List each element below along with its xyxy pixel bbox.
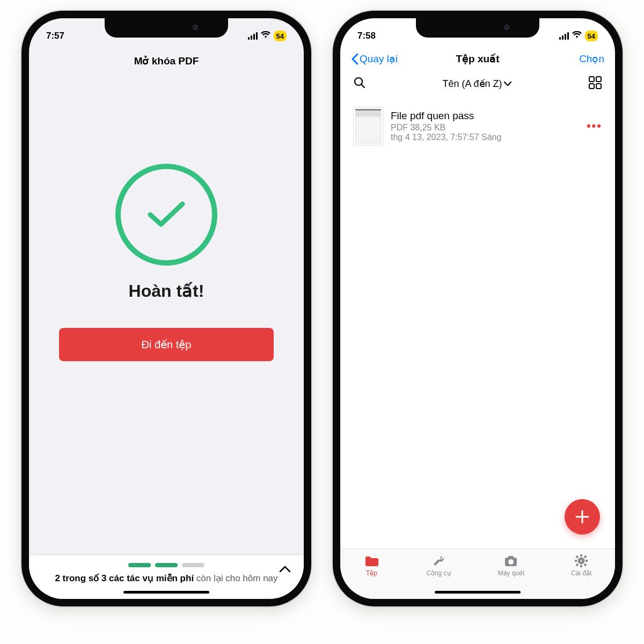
plus-icon [574, 509, 590, 525]
quota-pills [40, 563, 293, 567]
camera-icon [503, 553, 519, 568]
status-time: 7:58 [357, 31, 376, 41]
svg-line-15 [584, 564, 586, 566]
add-fab-button[interactable] [565, 499, 600, 535]
file-name: File pdf quen pass [391, 110, 579, 122]
navbar: Quay lại Tệp xuất Chọn [340, 47, 615, 68]
svg-point-9 [579, 559, 583, 563]
svg-line-17 [576, 564, 578, 566]
file-date: thg 4 13, 2023, 7:57:57 Sáng [391, 133, 579, 142]
chevron-down-icon [503, 81, 512, 86]
svg-line-14 [576, 556, 578, 558]
screen-export-files: 7:58 54 Quay lại Tệp xuất Chọn Tên (A [340, 18, 615, 599]
svg-rect-5 [596, 84, 601, 89]
file-row[interactable]: File pdf quen pass PDF 38,25 KB thg 4 13… [345, 99, 611, 153]
sort-button[interactable]: Tên (A đến Z) [442, 78, 511, 90]
grid-view-icon[interactable] [588, 76, 602, 92]
success-check-icon [115, 164, 217, 266]
wifi-icon [261, 31, 270, 41]
notch [105, 18, 228, 38]
pdf-thumbnail-icon [353, 107, 383, 145]
select-button[interactable]: Chọn [579, 53, 604, 65]
folder-icon [364, 553, 380, 568]
home-indicator[interactable] [123, 591, 209, 594]
go-to-file-button[interactable]: Đi đến tệp [59, 328, 274, 361]
svg-point-7 [508, 559, 514, 565]
status-time: 7:57 [46, 31, 64, 41]
screen-unlock-success: 7:57 54 Mở khóa PDF Hoàn tất! Đi đến tệp [29, 18, 304, 599]
search-icon[interactable] [353, 76, 366, 91]
battery-indicator: 54 [585, 31, 598, 41]
svg-rect-4 [589, 84, 594, 89]
home-indicator[interactable] [435, 591, 521, 594]
quota-text: 2 trong số 3 các tác vụ miễn phí còn lại… [40, 573, 293, 584]
more-options-icon[interactable]: ••• [587, 119, 602, 133]
svg-line-1 [361, 84, 364, 87]
page-title: Tệp xuất [456, 53, 500, 65]
file-info: File pdf quen pass PDF 38,25 KB thg 4 13… [391, 110, 579, 142]
success-content: Hoàn tất! Đi đến tệp [29, 72, 304, 599]
chevron-up-icon[interactable] [279, 565, 291, 575]
phone-right: 7:58 54 Quay lại Tệp xuất Chọn Tên (A [333, 11, 623, 606]
phone-left: 7:57 54 Mở khóa PDF Hoàn tất! Đi đến tệp [21, 11, 311, 606]
page-title: Mở khóa PDF [29, 47, 304, 72]
svg-line-16 [584, 556, 586, 558]
done-label: Hoàn tất! [129, 281, 204, 301]
back-button[interactable]: Quay lại [351, 53, 398, 65]
signal-icon [559, 32, 569, 40]
battery-indicator: 54 [274, 31, 287, 41]
svg-rect-2 [589, 77, 594, 82]
toolbar: Tên (A đến Z) [340, 68, 615, 98]
file-size: PDF 38,25 KB [391, 123, 579, 133]
gear-icon [573, 553, 589, 568]
notch [416, 18, 539, 38]
svg-rect-8 [508, 556, 514, 559]
tab-files[interactable]: Tệp [364, 553, 380, 599]
signal-icon [248, 32, 258, 40]
wifi-icon [572, 31, 582, 41]
svg-rect-3 [596, 77, 601, 82]
wrench-icon [431, 553, 447, 568]
tab-settings[interactable]: Cài đặt [571, 553, 591, 599]
